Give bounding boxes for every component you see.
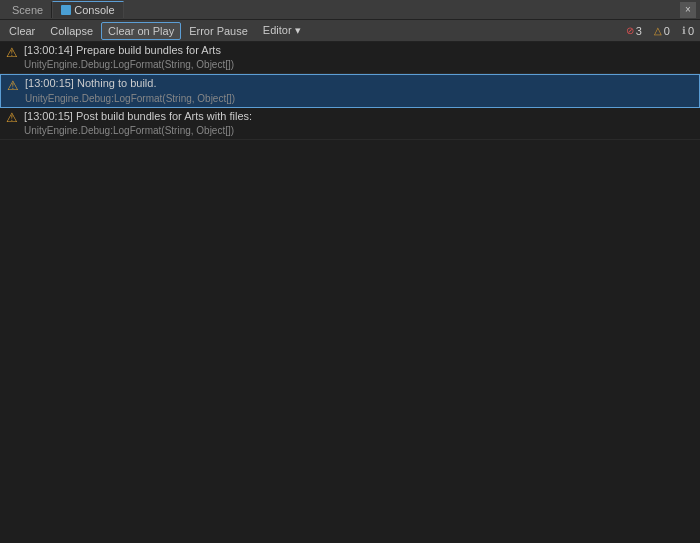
clear-on-play-button[interactable]: Clear on Play [101,22,181,40]
log-line2: UnityEngine.Debug:LogFormat(String, Obje… [24,124,252,138]
title-bar: Scene Console × [0,0,700,20]
log-line1: [13:00:15] Post build bundles for Arts w… [24,109,252,124]
console-body: ⚠[13:00:14] Prepare build bundles for Ar… [0,42,700,543]
warn-icon: ⚠ [5,77,21,93]
info-count: 0 [688,25,694,37]
log-entry[interactable]: ⚠[13:00:14] Prepare build bundles for Ar… [0,42,700,74]
console-icon [61,5,71,15]
toolbar: Clear Collapse Clear on Play Error Pause… [0,20,700,42]
log-text: [13:00:14] Prepare build bundles for Art… [24,43,234,72]
log-line1: [13:00:15] Nothing to build. [25,76,235,91]
log-text: [13:00:15] Post build bundles for Arts w… [24,109,252,138]
log-line2: UnityEngine.Debug:LogFormat(String, Obje… [25,92,235,106]
log-line1: [13:00:14] Prepare build bundles for Art… [24,43,234,58]
tab-scene[interactable]: Scene [4,2,52,18]
editor-button[interactable]: Editor ▾ [256,21,308,40]
info-icon: ℹ [682,25,686,36]
warn-icon: ⚠ [4,44,20,60]
toolbar-right: ⊘ 3 △ 0 ℹ 0 [622,24,698,38]
info-badge[interactable]: ℹ 0 [678,24,698,38]
collapse-button[interactable]: Collapse [43,22,100,40]
warn-icon: ⚠ [4,110,20,126]
error-badge[interactable]: ⊘ 3 [622,24,646,38]
clear-button[interactable]: Clear [2,22,42,40]
log-entry[interactable]: ⚠[13:00:15] Nothing to build.UnityEngine… [0,74,700,107]
tab-console[interactable]: Console [52,1,123,18]
error-pause-button[interactable]: Error Pause [182,22,255,40]
log-line2: UnityEngine.Debug:LogFormat(String, Obje… [24,58,234,72]
error-count: 3 [636,25,642,37]
warn-badge[interactable]: △ 0 [650,24,674,38]
warn-count: 0 [664,25,670,37]
warn-icon: △ [654,25,662,36]
title-bar-right: × [680,2,696,18]
tab-group: Scene Console [4,1,124,18]
error-icon: ⊘ [626,25,634,36]
log-text: [13:00:15] Nothing to build.UnityEngine.… [25,76,235,105]
log-entry[interactable]: ⚠[13:00:15] Post build bundles for Arts … [0,108,700,140]
close-button[interactable]: × [680,2,696,18]
